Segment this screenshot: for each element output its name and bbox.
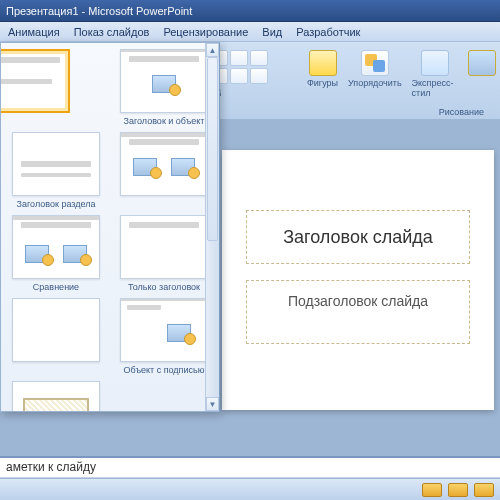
arrange-button[interactable]: Упорядочить [348, 50, 402, 88]
slide: Заголовок слайда Подзаголовок слайда [222, 150, 494, 410]
shapes-button[interactable]: Фигуры [307, 50, 338, 88]
notes-pane[interactable]: аметки к слайду [0, 456, 500, 478]
layout-title[interactable] [0, 49, 107, 126]
normal-view-button[interactable] [422, 483, 442, 497]
layout-comparison[interactable]: Сравнение [5, 215, 107, 292]
columns-button[interactable] [230, 68, 248, 84]
status-bar [0, 478, 500, 500]
quick-styles-label: Экспресс-стил [412, 78, 458, 98]
tab-animation[interactable]: Анимация [8, 26, 60, 38]
slideshow-view-button[interactable] [474, 483, 494, 497]
layout-content-caption-thumb [120, 298, 208, 362]
subtitle-placeholder[interactable]: Подзаголовок слайда [246, 280, 470, 344]
layout-title-only[interactable]: Только заголовок [113, 215, 215, 292]
layout-gallery: Заголовок и объектЗаголовок разделаСравн… [0, 42, 220, 412]
quick-styles-button[interactable]: Экспресс-стил [412, 50, 458, 98]
layout-picture-caption-thumb [12, 381, 100, 412]
layout-blank[interactable] [5, 298, 107, 375]
title-bar: Презентация1 - Microsoft PowerPoint [0, 0, 500, 22]
layout-section-header-label: Заголовок раздела [17, 199, 96, 209]
tab-slideshow[interactable]: Показ слайдов [74, 26, 150, 38]
tab-review[interactable]: Рецензирование [163, 26, 248, 38]
arrange-icon [361, 50, 389, 76]
drawing-group-label: Рисование [439, 107, 484, 117]
layout-two-content-thumb [120, 132, 208, 196]
sorter-view-button[interactable] [448, 483, 468, 497]
layout-blank-thumb [12, 298, 100, 362]
title-placeholder-text: Заголовок слайда [283, 227, 433, 248]
layout-two-content[interactable] [113, 132, 215, 209]
layout-title-content[interactable]: Заголовок и объект [113, 49, 215, 126]
convert-smartart-button[interactable] [250, 68, 268, 84]
layout-comparison-label: Сравнение [33, 282, 79, 292]
window-title: Презентация1 - Microsoft PowerPoint [6, 5, 192, 17]
layout-title-content-label: Заголовок и объект [124, 116, 205, 126]
layout-title-only-label: Только заголовок [128, 282, 200, 292]
scroll-down-icon[interactable]: ▼ [206, 397, 219, 411]
line-spacing-button[interactable] [230, 50, 248, 66]
scroll-thumb[interactable] [207, 57, 218, 241]
slide-canvas[interactable]: Заголовок слайда Подзаголовок слайда [222, 130, 494, 446]
layout-picture-caption[interactable]: Рисунок с подписью [5, 381, 107, 412]
layout-content-caption-label: Объект с подписью [124, 365, 205, 375]
tab-developer[interactable]: Разработчик [296, 26, 360, 38]
subtitle-placeholder-text: Подзаголовок слайда [288, 293, 428, 309]
text-direction-button[interactable] [250, 50, 268, 66]
arrange-label: Упорядочить [348, 78, 402, 88]
scroll-up-icon[interactable]: ▲ [206, 43, 219, 57]
shapes-label: Фигуры [307, 78, 338, 88]
layout-section-header[interactable]: Заголовок раздела [5, 132, 107, 209]
ribbon-tabs: Анимация Показ слайдов Рецензирование Ви… [0, 22, 500, 42]
gallery-scrollbar[interactable]: ▲ ▼ [205, 43, 219, 411]
shape-fill-icon [468, 50, 496, 76]
layout-title-only-thumb [120, 215, 208, 279]
quick-styles-icon [421, 50, 449, 76]
layout-content-caption[interactable]: Объект с подписью [113, 298, 215, 375]
layout-title-content-thumb [120, 49, 208, 113]
tab-view[interactable]: Вид [262, 26, 282, 38]
title-placeholder[interactable]: Заголовок слайда [246, 210, 470, 264]
notes-placeholder-text: аметки к слайду [6, 460, 96, 474]
layout-section-header-thumb [12, 132, 100, 196]
layout-title-thumb [0, 49, 70, 113]
shape-fill-button[interactable] [468, 50, 496, 76]
shapes-icon [309, 50, 337, 76]
layout-comparison-thumb [12, 215, 100, 279]
